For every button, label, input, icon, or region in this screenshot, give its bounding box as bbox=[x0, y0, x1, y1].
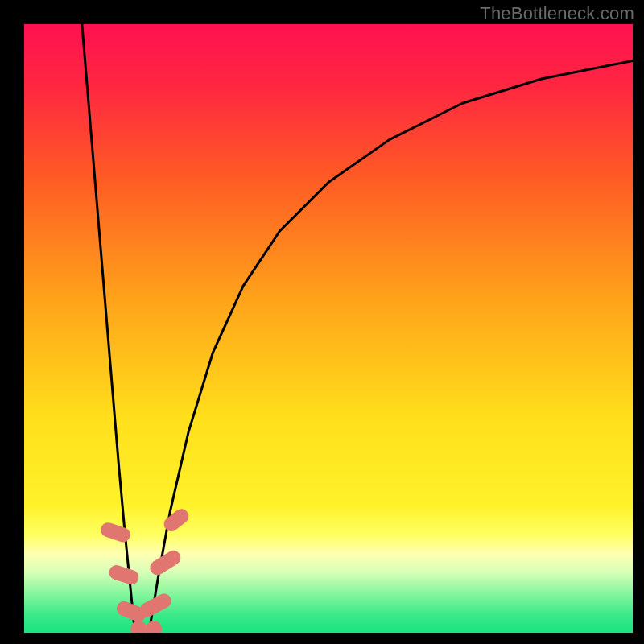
plot-area bbox=[24, 24, 633, 633]
chart-svg bbox=[24, 24, 633, 633]
watermark-text: TheBottleneck.com bbox=[480, 3, 634, 24]
chart-frame: TheBottleneck.com bbox=[0, 0, 644, 644]
gradient-background bbox=[24, 24, 633, 633]
